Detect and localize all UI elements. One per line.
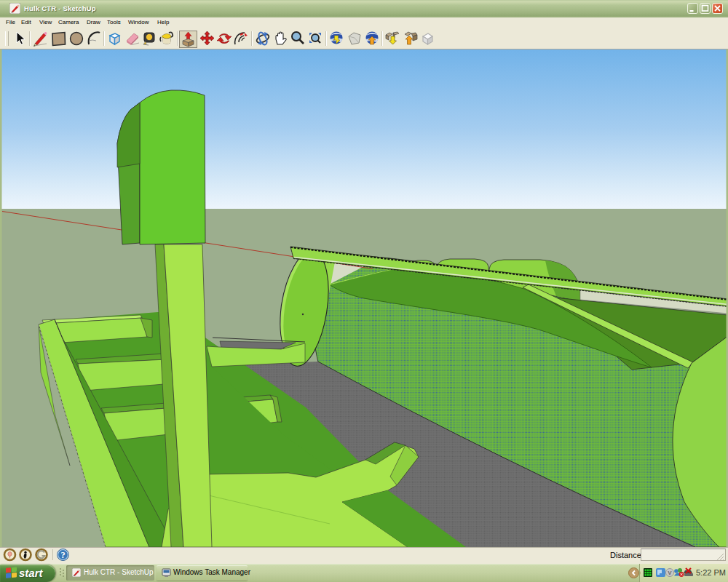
svg-text:V: V bbox=[668, 570, 672, 576]
svg-text:?: ? bbox=[60, 550, 65, 560]
